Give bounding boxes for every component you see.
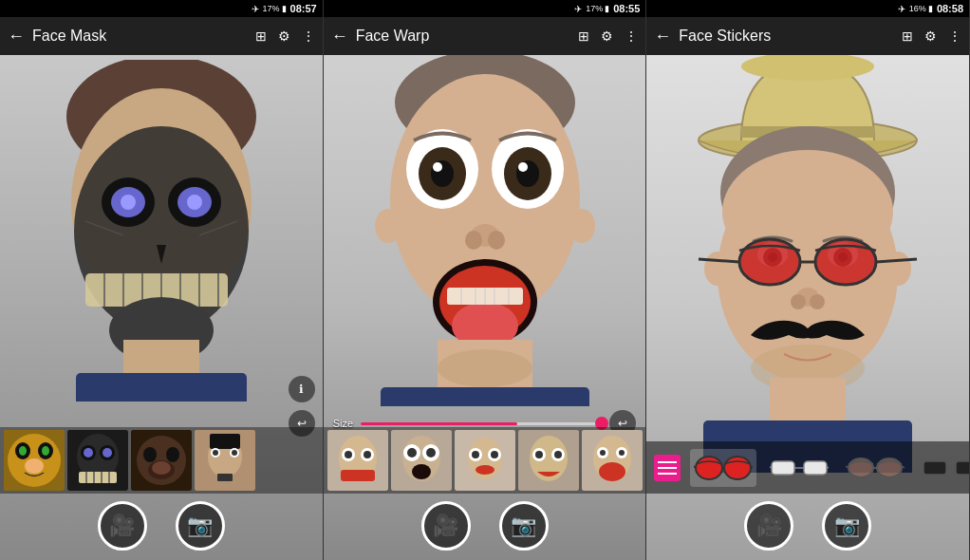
video-button-2[interactable]: 🎥: [421, 501, 471, 551]
sticker-strip-3: [646, 441, 969, 494]
status-bar-2: ✈ 17% ▮ 08:55: [324, 0, 646, 17]
svg-point-52: [213, 450, 218, 456]
battery-icon-3: ▮: [928, 4, 933, 13]
red-glasses-icon: [694, 453, 753, 483]
svg-point-108: [554, 451, 562, 458]
svg-line-165: [922, 467, 923, 468]
svg-rect-54: [217, 474, 233, 481]
aviator-glasses-icon: [846, 455, 905, 481]
video-switch-icon-3[interactable]: ⊞: [902, 28, 913, 44]
flight-icon-3: ✈: [898, 4, 905, 14]
app-bar-icons-1: ⊞ ⚙ ⋮: [255, 28, 315, 44]
sticker-face: [689, 55, 926, 473]
warp-thumb-3: [455, 430, 515, 491]
thumb-gorilla[interactable]: [131, 430, 192, 491]
svg-rect-163: [956, 461, 969, 475]
flight-icon-2: ✈: [574, 4, 582, 14]
camera-button-3[interactable]: 📷: [822, 501, 871, 551]
app-title-2: Face Warp: [356, 28, 571, 45]
app-title-1: Face Mask: [32, 28, 248, 45]
menu-lines: [658, 461, 677, 475]
battery-1: 17%: [263, 4, 280, 13]
svg-point-102: [476, 465, 494, 475]
app-bar-1: ← Face Mask ⊞ ⚙ ⋮: [0, 17, 323, 55]
battery-icon-1: ▮: [282, 4, 287, 13]
warp-thumb-1: [327, 430, 388, 491]
more-icon-3[interactable]: ⋮: [948, 28, 961, 44]
info-button-1[interactable]: ℹ: [289, 376, 315, 402]
more-icon-2[interactable]: ⋮: [625, 28, 638, 44]
back-button-3[interactable]: ←: [654, 27, 671, 47]
svg-point-100: [472, 451, 479, 458]
svg-point-8: [187, 195, 202, 210]
svg-point-101: [491, 451, 498, 458]
settings-icon-3[interactable]: ⚙: [924, 28, 937, 44]
back-button-1[interactable]: ←: [8, 27, 25, 47]
video-button-1[interactable]: 🎥: [98, 501, 147, 551]
svg-point-118: [741, 55, 874, 81]
thumb-strip-2: [324, 427, 646, 494]
svg-rect-36: [79, 472, 117, 483]
video-switch-icon-2[interactable]: ⊞: [578, 28, 589, 44]
more-icon-1[interactable]: ⋮: [302, 28, 315, 44]
back-button-2[interactable]: ←: [331, 27, 348, 47]
app-bar-icons-2: ⊞ ⚙ ⋮: [578, 28, 638, 44]
time-1: 08:57: [290, 3, 317, 14]
svg-rect-88: [341, 470, 375, 481]
settings-icon-2[interactable]: ⚙: [601, 28, 613, 44]
warp-face: [362, 55, 608, 406]
svg-rect-150: [772, 461, 794, 475]
svg-point-66: [465, 231, 482, 250]
sticker-menu-button[interactable]: [654, 455, 681, 481]
svg-line-149: [751, 466, 753, 468]
lincoln-thumb: [195, 430, 255, 491]
app-bar-2: ← Face Warp ⊞ ⚙ ⋮: [324, 17, 646, 55]
flight-icon-1: ✈: [252, 4, 259, 14]
svg-point-138: [791, 294, 806, 309]
svg-point-114: [619, 450, 625, 456]
svg-rect-49: [210, 434, 240, 449]
settings-icon-1[interactable]: ⚙: [278, 28, 290, 44]
sticker-red-glasses[interactable]: [690, 449, 756, 487]
svg-point-35: [103, 448, 112, 457]
video-switch-icon-1[interactable]: ⊞: [255, 28, 267, 44]
thumb-warp-1[interactable]: [327, 430, 388, 491]
time-3: 08:58: [937, 3, 963, 14]
skull-thumb: [67, 430, 128, 491]
sticker-dark-glasses[interactable]: [918, 453, 969, 483]
video-button-3[interactable]: 🎥: [744, 501, 793, 551]
content-3: 🎥 📷: [646, 55, 969, 560]
bottom-controls-2: 🎥 📷: [324, 501, 646, 551]
status-bar-3: ✈ 16% ▮ 08:58: [646, 0, 969, 17]
camera-button-1[interactable]: 📷: [176, 501, 225, 551]
menu-line-2: [658, 467, 677, 469]
svg-point-27: [19, 446, 27, 456]
app-bar-icons-3: ⊞ ⚙ ⋮: [902, 28, 961, 44]
slider-fill: [361, 422, 517, 425]
camera-button-2[interactable]: 📷: [499, 501, 549, 551]
thumb-warp-5[interactable]: [582, 430, 643, 491]
svg-rect-78: [381, 387, 589, 406]
thumb-jaguar[interactable]: [4, 430, 65, 491]
status-icons-2: 17% ▮: [586, 4, 609, 13]
battery-icon-2: ▮: [605, 4, 609, 13]
slider-track[interactable]: [361, 422, 602, 425]
status-icons-3: 16% ▮: [909, 4, 933, 13]
svg-point-44: [166, 447, 179, 462]
svg-point-115: [599, 462, 625, 481]
svg-point-29: [25, 458, 44, 474]
sticker-aviator-glasses[interactable]: [842, 451, 908, 485]
thumb-warp-2[interactable]: [391, 430, 452, 491]
svg-point-94: [426, 448, 436, 457]
face-warp-panel: ✈ 17% ▮ 08:55 ← Face Warp ⊞ ⚙ ⋮: [324, 0, 647, 560]
thumb-warp-3[interactable]: [455, 430, 515, 491]
thumb-warp-4[interactable]: [518, 430, 579, 491]
svg-point-95: [412, 464, 431, 479]
svg-point-64: [518, 162, 528, 172]
thumb-lincoln[interactable]: [195, 430, 255, 491]
svg-point-67: [488, 231, 505, 250]
sticker-white-sunglasses[interactable]: [766, 452, 832, 484]
svg-rect-151: [804, 461, 827, 475]
thumb-skull-face[interactable]: [67, 430, 128, 491]
svg-point-46: [152, 461, 171, 475]
